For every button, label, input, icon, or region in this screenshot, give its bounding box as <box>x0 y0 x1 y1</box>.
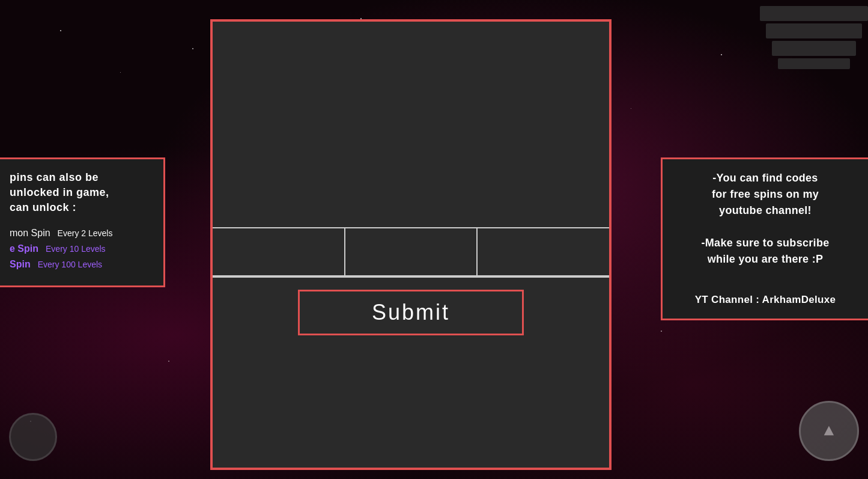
code-input-row <box>213 228 609 276</box>
right-info-panel: -You can find codes for free spins on my… <box>661 157 868 320</box>
left-line1: pins can also be <box>10 171 99 183</box>
right-circle-button[interactable] <box>799 401 859 461</box>
spin-level-epic: Every 100 Levels <box>38 260 102 269</box>
center-top-display <box>213 22 609 227</box>
submit-area: Submit <box>213 278 609 347</box>
input-segment-3[interactable] <box>478 228 609 275</box>
left-line2: unlocked in game, <box>10 186 109 198</box>
right-line4: -Make sure to subscribe <box>702 237 830 249</box>
spin-label-rare: e Spin <box>10 243 38 254</box>
spin-row-1: mon Spin Every 2 Levels <box>10 228 154 239</box>
right-line3: youtube channel! <box>719 204 812 216</box>
left-panel-text: pins can also be unlocked in game, can u… <box>10 170 154 216</box>
yt-channel-label: YT Channel : ArkhamDeluxe <box>672 292 858 308</box>
left-line3: can unlock : <box>10 201 76 213</box>
right-line5: while you are there :P <box>708 253 824 265</box>
spin-row-2: e Spin Every 10 Levels <box>10 243 154 254</box>
right-panel-text: -You can find codes for free spins on my… <box>672 170 858 308</box>
spin-level-rare: Every 10 Levels <box>46 244 106 254</box>
spin-label-common: mon Spin <box>10 228 50 239</box>
left-info-panel: pins can also be unlocked in game, can u… <box>0 157 165 287</box>
spin-unlock-table: mon Spin Every 2 Levels e Spin Every 10 … <box>10 228 154 270</box>
left-circle-button[interactable] <box>9 413 57 461</box>
center-bottom-area <box>213 347 609 468</box>
spin-label-epic: Spin <box>10 259 31 270</box>
spin-row-3: Spin Every 100 Levels <box>10 259 154 270</box>
right-line2: for free spins on my <box>712 188 819 200</box>
input-segment-1[interactable] <box>213 228 345 275</box>
center-panel: Submit <box>210 19 612 470</box>
spin-level-common: Every 2 Levels <box>58 228 113 238</box>
top-right-decoration <box>748 0 868 78</box>
submit-button[interactable]: Submit <box>298 290 524 335</box>
input-segment-2[interactable] <box>345 228 478 275</box>
right-line1: -You can find codes <box>712 172 818 184</box>
